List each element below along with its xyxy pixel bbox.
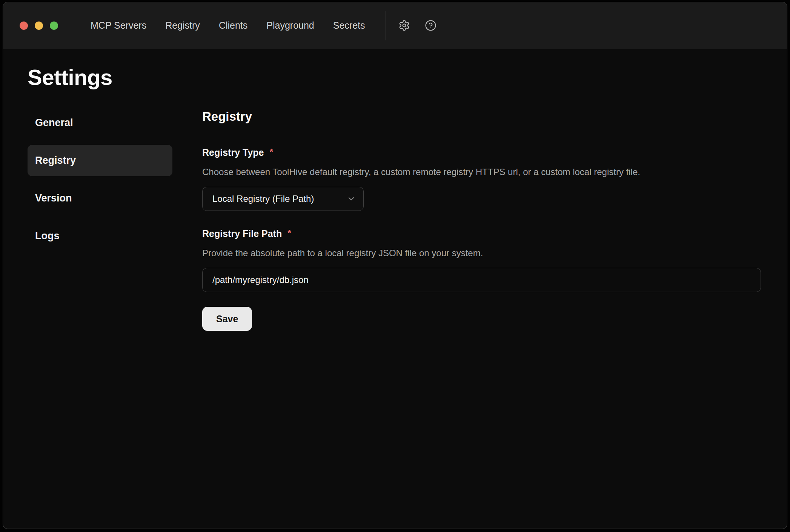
settings-page: Settings General Registry Version Logs R… bbox=[3, 49, 787, 529]
nav-item-mcp-servers[interactable]: MCP Servers bbox=[91, 20, 146, 31]
titlebar-divider bbox=[386, 11, 386, 40]
zoom-window-button[interactable] bbox=[50, 22, 58, 30]
registry-file-path-description: Provide the absolute path to a local reg… bbox=[202, 248, 761, 259]
help-circle-icon bbox=[425, 20, 436, 31]
settings-sidebar: General Registry Version Logs bbox=[28, 107, 172, 331]
registry-file-path-label: Registry File Path bbox=[202, 228, 282, 239]
save-button[interactable]: Save bbox=[202, 307, 252, 331]
nav-item-clients[interactable]: Clients bbox=[219, 20, 247, 31]
registry-type-description: Choose between ToolHive default registry… bbox=[202, 166, 761, 178]
registry-type-value: Local Registry (File Path) bbox=[212, 194, 314, 204]
sidebar-item-logs[interactable]: Logs bbox=[28, 220, 172, 252]
registry-type-field: Registry Type* Choose between ToolHive d… bbox=[202, 146, 761, 211]
gear-icon bbox=[398, 20, 410, 31]
nav-item-registry[interactable]: Registry bbox=[165, 20, 200, 31]
registry-settings-panel: Registry Registry Type* Choose between T… bbox=[202, 107, 761, 331]
sidebar-item-label: Logs bbox=[35, 230, 60, 242]
registry-type-select[interactable]: Local Registry (File Path) bbox=[202, 187, 364, 211]
chevron-down-icon bbox=[347, 194, 356, 203]
titlebar: MCP Servers Registry Clients Playground … bbox=[3, 2, 787, 49]
minimize-window-button[interactable] bbox=[35, 22, 43, 30]
sidebar-item-version[interactable]: Version bbox=[28, 183, 172, 214]
nav-item-playground[interactable]: Playground bbox=[266, 20, 314, 31]
nav-item-secrets[interactable]: Secrets bbox=[333, 20, 365, 31]
app-window: MCP Servers Registry Clients Playground … bbox=[3, 2, 787, 529]
sidebar-item-registry[interactable]: Registry bbox=[28, 145, 172, 176]
sidebar-item-label: Registry bbox=[35, 155, 76, 166]
registry-file-path-input[interactable] bbox=[202, 268, 761, 292]
required-asterisk: * bbox=[287, 228, 291, 238]
sidebar-item-label: General bbox=[35, 117, 73, 129]
sidebar-item-label: Version bbox=[35, 192, 72, 204]
registry-type-label: Registry Type bbox=[202, 147, 264, 158]
section-heading: Registry bbox=[202, 109, 761, 125]
titlebar-actions bbox=[398, 19, 437, 32]
registry-file-path-field: Registry File Path* Provide the absolute… bbox=[202, 228, 761, 292]
required-asterisk: * bbox=[269, 147, 273, 157]
page-title: Settings bbox=[28, 64, 761, 91]
sidebar-item-general[interactable]: General bbox=[28, 107, 172, 138]
top-navigation: MCP Servers Registry Clients Playground … bbox=[91, 20, 365, 31]
settings-gear-button[interactable] bbox=[398, 19, 411, 32]
traffic-lights bbox=[20, 22, 58, 30]
close-window-button[interactable] bbox=[20, 22, 28, 30]
help-button[interactable] bbox=[424, 19, 437, 32]
